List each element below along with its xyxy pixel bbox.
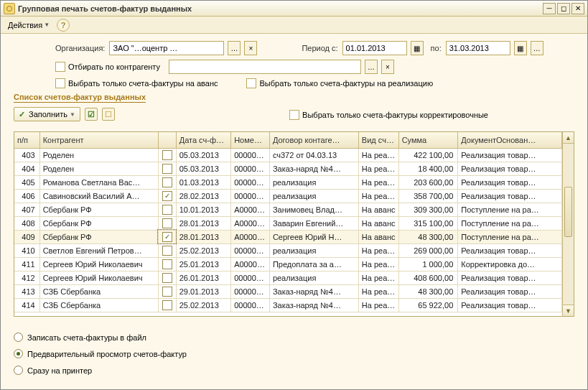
row-checkbox-icon (162, 273, 172, 283)
output-file-radio[interactable]: Записать счета-фактуры в файл (14, 333, 574, 342)
output-preview-radio[interactable]: Предварительный просмотр счетов-фактур (14, 349, 574, 358)
radio-icon (14, 333, 23, 342)
cell-vid: На аванс (358, 230, 398, 243)
output-file-label: Записать счета-фактуры в файл (27, 333, 146, 342)
cell-checkbox[interactable] (158, 189, 176, 203)
col-contr-header[interactable]: Контрагент (39, 132, 158, 148)
cell-checkbox[interactable] (158, 216, 176, 230)
cell-date: 10.01.2013 (176, 203, 230, 216)
cell-checkbox[interactable] (158, 243, 176, 257)
cell-num: 00000… (231, 298, 270, 312)
period-picker-button[interactable]: … (531, 41, 543, 55)
table-row[interactable]: 412Сергеев Юрий Николаевич26.01.20130000… (14, 271, 562, 284)
actions-menu[interactable]: Действия ▼ (4, 19, 54, 31)
table-row[interactable]: 403Роделен05.03.201300000…сч372 от 04.03… (14, 148, 562, 162)
only-correction-checkbox[interactable]: Выбрать только счета-фактуры корректиров… (289, 110, 488, 120)
help-button[interactable]: ? (57, 19, 70, 32)
vertical-scrollbar[interactable]: ▲ ▼ (562, 132, 574, 316)
cell-date: 28.02.2013 (176, 189, 230, 203)
period-to-calendar-icon[interactable]: ▦ (514, 41, 527, 55)
contractor-select-button[interactable]: … (365, 60, 378, 74)
table-row[interactable]: 414СЗБ Сбербанка25.02.201300000…Заказ-на… (14, 298, 562, 312)
cell-checkbox[interactable] (158, 257, 176, 271)
period-to-field[interactable]: 31.03.2013 (446, 41, 510, 55)
table-row[interactable]: 411Сергеев Юрий Николаевич25.01.2013А000… (14, 257, 562, 271)
cell-vid: На реа… (358, 298, 398, 312)
scroll-up-button[interactable]: ▲ (563, 132, 574, 144)
cell-contr: Сбербанк РФ (39, 216, 158, 230)
table-row[interactable]: 413СЗБ Сбербанка29.01.201300000…Заказ-на… (14, 284, 562, 298)
output-printer-radio[interactable]: Сразу на принтер (14, 366, 574, 375)
filter-by-contractor-label: Отбирать по контрагенту (68, 62, 160, 71)
table-row[interactable]: 409Сбербанк РФ28.01.2013А0000…Сергеев Юр… (14, 230, 562, 243)
col-np-header[interactable]: п/п (14, 132, 39, 148)
table-row[interactable]: 405Романова Светлана Вас…01.03.201300000… (14, 175, 562, 189)
close-button[interactable]: ✕ (571, 3, 584, 14)
col-vid-header[interactable]: Вид сче… (358, 132, 398, 148)
org-clear-button[interactable]: × (244, 41, 257, 55)
row-checkbox-icon (162, 218, 172, 228)
maximize-button[interactable]: ◻ (557, 3, 570, 14)
cell-checkbox[interactable] (158, 298, 176, 312)
table-row[interactable]: 404Роделен05.03.201300000…Заказ-наряд №4… (14, 162, 562, 175)
table-row[interactable]: 407Сбербанк РФ10.01.2013А0000…Занимовец … (14, 203, 562, 216)
col-date-header[interactable]: Дата сч-фа… (176, 132, 230, 148)
filter-by-contractor-checkbox[interactable]: Отбирать по контрагенту (55, 62, 160, 72)
col-sum-header[interactable]: Сумма (398, 132, 458, 148)
scroll-thumb[interactable] (564, 187, 572, 237)
scroll-down-button[interactable]: ▼ (563, 305, 574, 316)
table-row[interactable]: 410Светлов Евгений Петров…25.02.20130000… (14, 243, 562, 257)
cell-checkbox[interactable] (158, 162, 176, 175)
only-advance-checkbox[interactable]: Выбрать только счета-фактуры на аванс (55, 78, 218, 88)
row-checkbox-icon (162, 191, 172, 201)
contractor-field[interactable] (169, 60, 361, 74)
cell-num: 00000… (231, 189, 270, 203)
cell-np: 405 (14, 175, 39, 189)
cell-doc: Реализация товар… (458, 175, 562, 189)
cell-checkbox[interactable] (158, 175, 176, 189)
period-from-calendar-icon[interactable]: ▦ (411, 41, 424, 55)
radio-icon (14, 366, 23, 375)
col-doc-header[interactable]: ДокументОснован… (458, 132, 562, 148)
checkbox-icon (55, 78, 65, 88)
org-select-button[interactable]: … (228, 41, 241, 55)
contractor-clear-button[interactable]: × (381, 60, 394, 74)
table-row[interactable]: 408Сбербанк РФ28.01.2013А0000…Заварин Ев… (14, 216, 562, 230)
row-checkbox-icon (162, 205, 172, 215)
cell-np: 408 (14, 216, 39, 230)
check-all-button[interactable]: ☑ (85, 108, 98, 121)
period-from-field[interactable]: 01.01.2013 (342, 41, 407, 55)
cell-date: 25.02.2013 (176, 243, 230, 257)
table-row[interactable]: 406Савиновский Василий А…28.02.201300000… (14, 189, 562, 203)
invoice-table-container: п/п Контрагент Дата сч-фа… Номер… Догово… (14, 131, 574, 317)
cell-date: 25.01.2013 (176, 257, 230, 271)
cell-checkbox[interactable] (158, 203, 176, 216)
fill-button[interactable]: Заполнить ▼ (14, 107, 80, 121)
only-sale-checkbox[interactable]: Выбрать только счета-фактуры на реализац… (246, 78, 433, 88)
cell-sum: 203 600,00 (398, 175, 458, 189)
cell-num: А0000… (231, 230, 270, 243)
cell-doc: Реализация товар… (458, 284, 562, 298)
cell-num: 00000… (231, 148, 270, 162)
cell-contr: СЗБ Сбербанка (39, 284, 158, 298)
org-field[interactable]: ЗАО "…оцентр … (109, 41, 224, 55)
uncheck-all-button[interactable]: ☐ (102, 108, 115, 121)
cell-num: А0000… (231, 203, 270, 216)
cell-sum: 269 000,00 (398, 243, 458, 257)
org-value: ЗАО "…оцентр … (113, 44, 177, 52)
scroll-track[interactable] (563, 144, 574, 305)
cell-checkbox[interactable] (158, 230, 176, 243)
row-checkbox-icon (162, 259, 172, 269)
cell-checkbox[interactable] (158, 284, 176, 298)
minimize-button[interactable]: ─ (543, 3, 556, 14)
col-cb-header[interactable] (158, 132, 176, 148)
cell-checkbox[interactable] (158, 271, 176, 284)
cell-contr: Светлов Евгений Петров… (39, 243, 158, 257)
period-to-value: 31.03.2013 (449, 44, 489, 52)
cell-vid: На реа… (358, 243, 398, 257)
cell-num: 00000… (231, 271, 270, 284)
cell-contr: Сергеев Юрий Николаевич (39, 271, 158, 284)
col-dog-header[interactable]: Договор контаге… (269, 132, 358, 148)
col-num-header[interactable]: Номер… (231, 132, 270, 148)
cell-checkbox[interactable] (158, 148, 176, 162)
